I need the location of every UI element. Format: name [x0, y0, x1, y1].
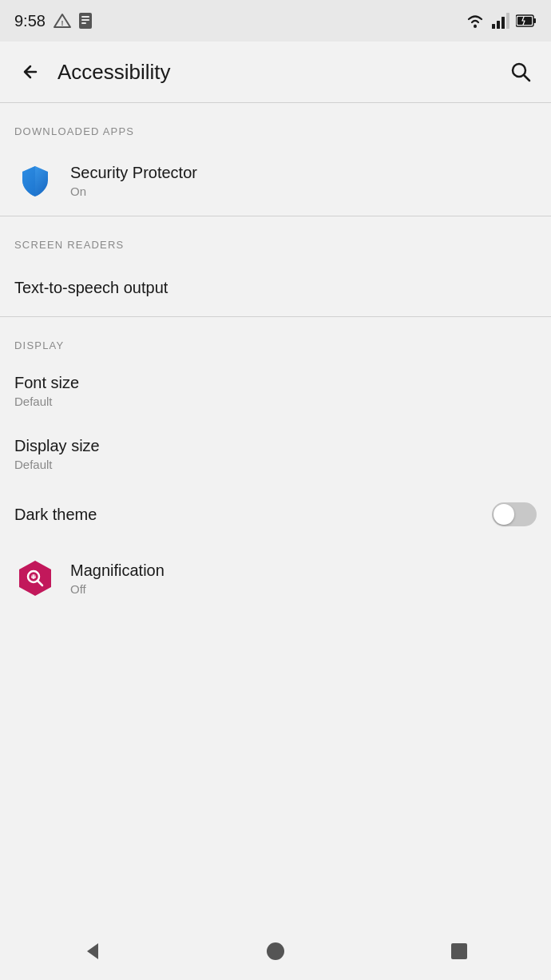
- list-item-magnification[interactable]: + Magnification Off: [0, 543, 551, 613]
- font-size-subtitle: Default: [14, 395, 537, 408]
- svg-marker-19: [87, 943, 98, 959]
- svg-text:!: !: [61, 19, 63, 27]
- list-item-security-protector[interactable]: Security Protector On: [0, 145, 551, 216]
- list-item-display-size[interactable]: Display size Default: [0, 423, 551, 486]
- nav-back-icon: [81, 940, 103, 962]
- nav-back-button[interactable]: [63, 922, 121, 980]
- search-icon: [509, 61, 532, 83]
- list-item-font-size[interactable]: Font size Default: [0, 359, 551, 423]
- dark-theme-toggle-wrapper: [492, 502, 537, 526]
- shield-icon: [18, 163, 53, 198]
- status-bar-right: [465, 13, 537, 29]
- tts-output-text: Text-to-speech output: [14, 279, 537, 297]
- magnification-subtitle: Off: [70, 582, 537, 596]
- status-icons-left: !: [54, 12, 93, 30]
- display-size-title: Display size: [14, 437, 537, 455]
- dark-theme-text: Dark theme: [14, 506, 492, 524]
- display-size-text: Display size Default: [14, 437, 537, 471]
- tts-output-title: Text-to-speech output: [14, 279, 537, 297]
- signal-icon: [492, 13, 509, 29]
- svg-point-6: [474, 25, 477, 28]
- section-label-downloaded-apps: DOWNLOADED APPS: [0, 103, 551, 145]
- nav-recents-button[interactable]: [430, 922, 488, 980]
- search-button[interactable]: [501, 53, 540, 91]
- security-protector-title: Security Protector: [70, 164, 537, 182]
- wifi-icon: [465, 13, 486, 29]
- back-arrow-icon: [20, 61, 41, 82]
- svg-text:+: +: [31, 572, 36, 581]
- list-item-tts-output[interactable]: Text-to-speech output: [0, 259, 551, 316]
- svg-rect-5: [81, 22, 86, 24]
- magnification-title: Magnification: [70, 561, 537, 580]
- security-protector-subtitle: On: [70, 184, 537, 198]
- svg-rect-4: [81, 19, 89, 21]
- svg-rect-3: [81, 16, 89, 18]
- nav-home-button[interactable]: [247, 922, 304, 980]
- svg-rect-7: [492, 24, 495, 29]
- status-bar: 9:58 !: [0, 0, 551, 42]
- page-title: Accessibility: [57, 60, 501, 85]
- svg-point-20: [267, 942, 284, 960]
- font-size-text: Font size Default: [14, 374, 537, 408]
- security-protector-icon: [14, 160, 56, 201]
- display-size-subtitle: Default: [14, 458, 537, 471]
- status-bar-left: 9:58 !: [14, 12, 93, 30]
- magnification-icon: +: [16, 559, 54, 597]
- security-protector-text: Security Protector On: [70, 164, 537, 198]
- dark-theme-toggle-knob: [494, 504, 514, 525]
- nav-home-icon: [265, 941, 286, 962]
- magnification-icon-wrapper: +: [14, 557, 56, 599]
- warning-icon: !: [54, 12, 71, 30]
- note-icon: [77, 12, 93, 30]
- dark-theme-toggle[interactable]: [492, 502, 537, 526]
- svg-rect-21: [451, 943, 467, 959]
- section-label-screen-readers: SCREEN READERS: [0, 216, 551, 259]
- svg-rect-10: [506, 13, 509, 29]
- nav-recents-icon: [450, 942, 469, 961]
- dark-theme-title: Dark theme: [14, 506, 492, 524]
- app-bar: Accessibility: [0, 42, 551, 102]
- svg-rect-12: [533, 18, 536, 23]
- back-button[interactable]: [11, 53, 50, 91]
- magnification-text: Magnification Off: [70, 561, 537, 596]
- nav-bar: [0, 922, 551, 980]
- svg-rect-9: [501, 17, 505, 29]
- section-label-display: DISPLAY: [0, 317, 551, 359]
- content-area: DOWNLOADED APPS Security Protector On SC…: [0, 103, 551, 980]
- list-item-dark-theme[interactable]: Dark theme: [0, 486, 551, 543]
- status-time: 9:58: [14, 12, 46, 30]
- battery-icon: [516, 14, 537, 28]
- font-size-title: Font size: [14, 374, 537, 392]
- svg-rect-8: [497, 21, 500, 29]
